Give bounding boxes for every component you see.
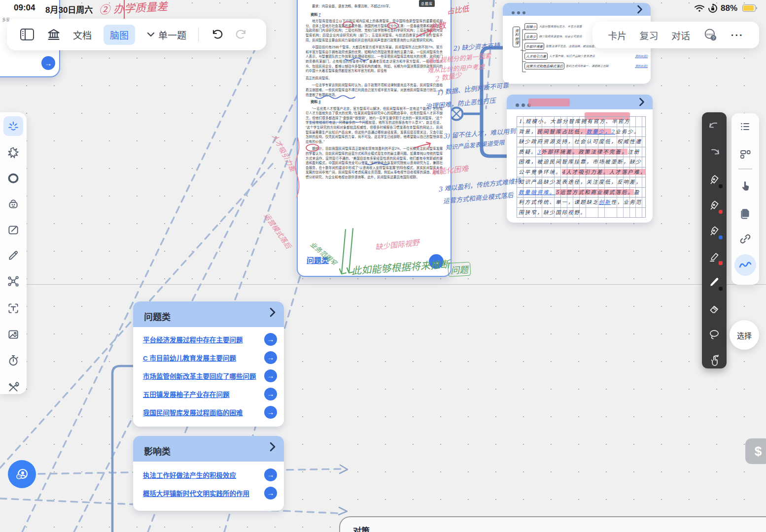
- question-link[interactable]: 平台经济发展过程中存在主要问题: [143, 334, 243, 344]
- sketch-root-node: 资料梳理: [513, 27, 520, 47]
- chat-button[interactable]: 对话: [671, 29, 690, 42]
- scribble-mode-button[interactable]: [734, 254, 756, 276]
- card-title: 影响类: [144, 444, 171, 457]
- help-chat-button[interactable]: ?: [8, 460, 36, 488]
- open-arrow-button[interactable]: [264, 406, 277, 419]
- highlighter-tool[interactable]: [707, 249, 722, 264]
- open-arrow-button[interactable]: [264, 388, 277, 400]
- view-options-panel: [731, 113, 759, 285]
- library-icon[interactable]: [46, 28, 61, 41]
- question-link[interactable]: C 市目前幼儿教育发展主要问题: [143, 353, 236, 363]
- open-arrow-button[interactable]: [264, 369, 277, 382]
- doc-paragraph: “一名优秀人才想落户北京，官方智库可以解决，但民间智库就不一定有这个能力，它在吸…: [306, 106, 443, 144]
- document-card[interactable]: 要求：内容全面，语言流畅，条理清晰，不超过200字。 资料 7 地方智库是指设立…: [297, 0, 452, 277]
- dashed-edge: [486, 0, 494, 108]
- ellipse-shape-tool[interactable]: [3, 168, 23, 188]
- doc-paragraph: 一位法学专家谈到民间智库时认为，由于政策环境和法律制度尚且不完善，民间智库仍面临…: [306, 83, 443, 97]
- more-options-button[interactable]: ···: [731, 30, 744, 41]
- card-header[interactable]: 影响类: [133, 436, 284, 462]
- trunk-connector: [112, 366, 134, 532]
- clock: 09:04: [14, 3, 35, 13]
- main-toolbar: 文档 脑图 单一题: [7, 19, 266, 50]
- timer-tool[interactable]: [3, 351, 23, 370]
- redo-icon[interactable]: [235, 28, 248, 41]
- question-mode-dropdown[interactable]: 单一题: [147, 28, 186, 41]
- undo-icon[interactable]: [210, 28, 223, 41]
- select-mode-button[interactable]: 选择: [730, 320, 759, 350]
- card-item-list: 平台经济发展过程中存在主要问题 C 市目前幼儿教育发展主要问题 市场监管创新改革…: [133, 327, 284, 424]
- question-link[interactable]: 我国民间智库发展过程面临的困难: [143, 407, 243, 417]
- select-mode-label: 选择: [737, 330, 752, 340]
- pen-blue-tool[interactable]: [707, 224, 722, 238]
- list-item: 我国民间智库发展过程面临的困难: [133, 403, 284, 421]
- tab-mindmap[interactable]: 脑图: [104, 25, 135, 45]
- pan-hand-tool[interactable]: [707, 353, 722, 367]
- text-scan-tool[interactable]: [3, 299, 23, 318]
- robot-assistant-tool[interactable]: [3, 194, 23, 214]
- undo-icon[interactable]: [707, 118, 722, 133]
- list-item: 平台经济发展过程中存在主要问题: [133, 330, 284, 348]
- open-arrow-button[interactable]: [264, 333, 277, 346]
- problem-category-card[interactable]: 问题类 平台经济发展过程中存在主要问题 C 市目前幼儿教育发展主要问题 市场监管…: [133, 301, 284, 427]
- outline-list-icon[interactable]: [738, 119, 753, 134]
- pen-black-tool[interactable]: [707, 172, 722, 187]
- pencil-active-tool[interactable]: [707, 275, 722, 290]
- tools-settings-tool[interactable]: [3, 377, 23, 397]
- layout-cards-icon[interactable]: [738, 147, 753, 162]
- material-number[interactable]: 8: [318, 100, 320, 104]
- open-arrow-button[interactable]: [41, 56, 55, 70]
- open-arrow-button[interactable]: [264, 487, 277, 499]
- chevron-right-icon[interactable]: [638, 98, 646, 106]
- impact-category-card[interactable]: 影响类 执法工作好做法产生的积极效应 概括大坪镇新时代文明实践所的作用: [133, 436, 284, 511]
- question-link[interactable]: 市场监管创新改革主要回应了哪些问题: [143, 371, 256, 381]
- sidebar-toggle-icon[interactable]: [20, 28, 35, 41]
- web-help-icon[interactable]: www ?: [703, 28, 718, 42]
- strategy-panel[interactable]: 对策: [339, 516, 766, 532]
- open-arrow-button[interactable]: [264, 468, 277, 481]
- open-arrow-button[interactable]: [264, 351, 277, 364]
- paywall-button[interactable]: $: [745, 438, 766, 464]
- material-link[interactable]: 资料8(超): [635, 54, 648, 58]
- strategy-panel-title: 对策: [353, 524, 370, 532]
- question-link[interactable]: 五田镇发展柚子产业存在问题: [143, 389, 230, 399]
- pointer-hand-icon[interactable]: [738, 178, 753, 193]
- pencil-tool[interactable]: [3, 246, 23, 266]
- card-header[interactable]: 问题类: [133, 301, 284, 327]
- answer-row: 公平竞争环境。4人才吸引力差。人才落户难，: [517, 167, 646, 178]
- answer-row: 缺少政府资源支持，社会认可度低，权威性遭: [517, 137, 646, 147]
- lasso-select-tool[interactable]: [707, 327, 722, 342]
- open-arrow-button[interactable]: [429, 254, 444, 269]
- svg-text:?: ?: [712, 35, 715, 40]
- graph-node-tool[interactable]: [3, 271, 23, 291]
- whiteboard-canvas[interactable]: { "status_bar": {"time":"09:04","date":"…: [0, 0, 766, 532]
- redo-icon[interactable]: [707, 145, 722, 160]
- card-header[interactable]: [507, 95, 653, 109]
- chevron-right-icon[interactable]: [268, 442, 277, 452]
- chevron-down-icon: [147, 32, 155, 37]
- doc-paragraph: 资料 8: [306, 100, 443, 104]
- question-link[interactable]: 执法工作好做法产生的积极效应: [143, 470, 236, 480]
- card-title: 问题类: [144, 310, 171, 323]
- chevron-right-icon[interactable]: [268, 307, 277, 317]
- sketch-branch-label: 业务少: [524, 33, 537, 40]
- image-tool[interactable]: [3, 325, 23, 344]
- link-icon[interactable]: [738, 232, 753, 246]
- cards-button[interactable]: 卡片: [608, 29, 627, 42]
- copy-pages-icon[interactable]: [738, 206, 753, 221]
- material-link[interactable]: 资料8(超): [635, 64, 648, 68]
- sketch-branch-label: 规模小: [524, 23, 537, 30]
- pink-highlight: [528, 99, 570, 106]
- battery-percent: 88%: [721, 3, 737, 13]
- pen-red-tool[interactable]: [707, 198, 722, 213]
- question-link[interactable]: 概括大坪镇新时代文明实践所的作用: [143, 488, 249, 498]
- review-button[interactable]: 复习: [640, 29, 659, 42]
- document-body: 要求：内容全面，语言流畅，条理清晰，不超过200字。 资料 7 地方智库是指设立…: [306, 4, 443, 182]
- laser-pointer-tool[interactable]: [3, 116, 23, 136]
- note-edit-tool[interactable]: [3, 220, 23, 240]
- answer-sheet-card[interactable]: 1.规模小。大部分智库拥有官方、半官方背景，民间智库占比低，数量少，2业务少。缺…: [507, 95, 653, 223]
- burst-shape-tool[interactable]: [3, 143, 23, 163]
- doc-category-link[interactable]: 问题类: [307, 255, 329, 265]
- tab-document[interactable]: 文档: [73, 28, 92, 41]
- eraser-tool[interactable]: [707, 301, 722, 316]
- sketch-branch-row: 运营方式和商品模式落后 盈利方式传统单一，课题缺乏创新 资料8(超): [524, 62, 648, 70]
